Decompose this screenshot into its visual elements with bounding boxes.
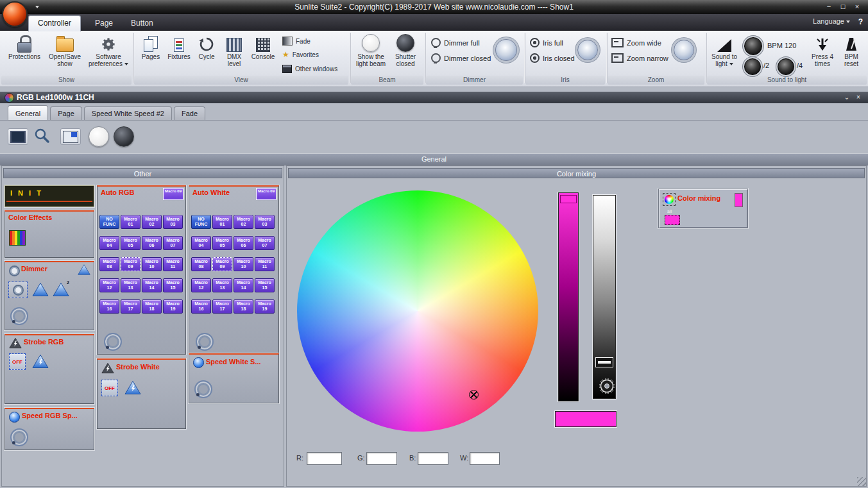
macro-button-macro-03[interactable]: Macro03 — [255, 215, 275, 229]
iris-full-button[interactable]: Iris full — [530, 38, 563, 47]
macro-button-macro-09[interactable]: Macro09 — [121, 257, 140, 271]
press-4-times-button[interactable]: Press 4 times — [808, 33, 837, 67]
strobe-white-off-button[interactable]: OFF — [101, 380, 118, 396]
zoom-narrow-button[interactable]: Zoom narrow — [611, 53, 668, 63]
macro-button-macro-08[interactable]: Macro08 — [191, 257, 211, 271]
macro-button-no-func[interactable]: NOFUNC — [99, 215, 119, 229]
brightness-slider-handle[interactable] — [595, 357, 613, 367]
red-input[interactable] — [307, 452, 342, 465]
white-input[interactable] — [470, 452, 500, 465]
macro-button-macro-02[interactable]: Macro02 — [234, 215, 253, 229]
macro-button-macro-09[interactable]: Macro09 — [212, 257, 232, 271]
green-input[interactable] — [366, 452, 397, 465]
dimmer-dial-selected[interactable] — [8, 282, 28, 298]
beam-open-toggle[interactable] — [89, 126, 109, 147]
macro-button-macro-07[interactable]: Macro07 — [255, 236, 275, 250]
macro-button-macro-04[interactable]: Macro04 — [99, 236, 119, 250]
macro-button-macro-10[interactable]: Macro10 — [142, 257, 162, 271]
all-color-swatch[interactable] — [665, 215, 680, 225]
software-preferences-button[interactable]: Software preferences — [86, 33, 131, 67]
strobe-off-button[interactable]: OFF — [9, 353, 26, 370]
dmx-level-button[interactable]: DMX level — [220, 33, 248, 67]
protections-button[interactable]: Protections — [5, 33, 44, 60]
macro-button-macro-19[interactable]: Macro19 — [163, 299, 183, 314]
strobe-triangle-button[interactable] — [32, 354, 49, 369]
slider-settings-button[interactable] — [597, 376, 617, 398]
bpm-div4-knob[interactable] — [778, 58, 794, 75]
macro-button-macro-15[interactable]: Macro15 — [163, 278, 183, 292]
resize-grip[interactable] — [857, 477, 866, 486]
tab-page-2[interactable]: Page — [50, 106, 82, 120]
macro-button-macro-17[interactable]: Macro17 — [121, 299, 140, 314]
dimmer-knob[interactable] — [495, 39, 517, 61]
macro-button-macro-18[interactable]: Macro18 — [234, 299, 253, 314]
init-preset-button[interactable]: I N I T — [4, 185, 94, 207]
auto-rgb-knob[interactable] — [104, 333, 122, 351]
other-windows-toggle[interactable]: Other windows — [282, 65, 337, 73]
layout-button[interactable] — [60, 128, 81, 145]
macro-button-macro-14[interactable]: Macro14 — [234, 278, 253, 292]
macro-button-macro-12[interactable]: Macro12 — [191, 278, 211, 292]
tab-fade[interactable]: Fade — [174, 106, 205, 120]
maximize-button[interactable]: □ — [837, 2, 849, 12]
macro-button-macro-15[interactable]: Macro15 — [255, 278, 275, 292]
macro-button-macro-01[interactable]: Macro01 — [212, 215, 232, 229]
blue-input[interactable] — [418, 452, 448, 465]
auto-white-knob[interactable] — [196, 333, 214, 351]
tab-controller[interactable]: Controller — [28, 15, 81, 31]
shutter-closed-button[interactable]: Shutter closed — [389, 33, 422, 67]
macro-button-macro-11[interactable]: Macro11 — [163, 257, 183, 271]
close-button[interactable]: × — [851, 2, 863, 12]
color-wheel-cursor[interactable] — [469, 390, 479, 400]
zoom-tool-button[interactable] — [33, 127, 50, 146]
rainbow-effect-icon[interactable] — [9, 230, 26, 246]
tab-general[interactable]: General — [8, 105, 48, 120]
macro-button-macro-10[interactable]: Macro10 — [234, 257, 253, 271]
macro-button-macro-05[interactable]: Macro05 — [121, 236, 140, 250]
macro-button-macro-13[interactable]: Macro13 — [121, 278, 140, 292]
display-button[interactable] — [8, 128, 28, 145]
show-light-beam-button[interactable]: Show the light beam — [354, 33, 387, 67]
macro-button-macro-19[interactable]: Macro19 — [255, 299, 275, 314]
strobe-white-triangle-button[interactable] — [124, 380, 141, 395]
macro-button-macro-03[interactable]: Macro03 — [163, 215, 183, 229]
quick-access-caret-icon[interactable] — [35, 6, 39, 8]
macro-button-no-func[interactable]: NOFUNC — [191, 215, 211, 229]
macro-button-macro-17[interactable]: Macro17 — [212, 299, 232, 314]
cycle-button[interactable]: Cycle — [193, 33, 220, 60]
dimmer-full-button[interactable]: Dimmer full — [431, 38, 480, 47]
sound-to-light-button[interactable]: Sound to light — [708, 33, 740, 67]
macro-button-macro-04[interactable]: Macro04 — [191, 236, 211, 250]
beam-closed-toggle[interactable] — [114, 126, 134, 147]
help-button[interactable]: ? — [858, 17, 863, 26]
sound-to-light-triangle-icon[interactable] — [78, 264, 90, 275]
tab-button[interactable]: Button — [122, 16, 162, 31]
dimmer-dial-knob[interactable] — [10, 307, 28, 325]
macro-button-macro-12[interactable]: Macro12 — [99, 278, 119, 292]
open-save-show-button[interactable]: Open/Save show — [45, 33, 85, 67]
zoom-wide-button[interactable]: Zoom wide — [611, 38, 661, 47]
iris-closed-button[interactable]: Iris closed — [530, 53, 575, 63]
tab-page[interactable]: Page — [86, 16, 122, 31]
console-button[interactable]: Console — [248, 33, 278, 60]
macro-button-macro-08[interactable]: Macro08 — [99, 257, 119, 271]
macro-button-macro-18[interactable]: Macro18 — [142, 299, 162, 314]
tab-speed-white-speed-2[interactable]: Speed White Speed #2 — [84, 106, 172, 120]
language-menu[interactable]: Language — [813, 17, 850, 25]
collapse-button[interactable]: ⌄ — [842, 93, 851, 102]
speed-white-knob[interactable] — [194, 380, 212, 398]
color-slider-handle[interactable] — [560, 195, 577, 203]
zoom-knob[interactable] — [674, 40, 694, 60]
macro-button-macro-06[interactable]: Macro06 — [234, 236, 253, 250]
bpm-knob[interactable] — [744, 37, 762, 55]
bpm-reset-button[interactable]: BPM reset — [837, 33, 866, 67]
bpm-div2-knob[interactable] — [744, 58, 761, 75]
color-effects-block[interactable]: Color Effects — [4, 210, 94, 258]
macro-button-macro-05[interactable]: Macro05 — [212, 236, 232, 250]
color-intensity-slider[interactable] — [558, 192, 579, 401]
macro-button-macro-16[interactable]: Macro16 — [99, 299, 119, 314]
iris-knob[interactable] — [577, 40, 598, 60]
triangle-button[interactable] — [32, 282, 49, 297]
brightness-slider[interactable] — [593, 195, 616, 399]
macro-button-macro-14[interactable]: Macro14 — [142, 278, 162, 292]
